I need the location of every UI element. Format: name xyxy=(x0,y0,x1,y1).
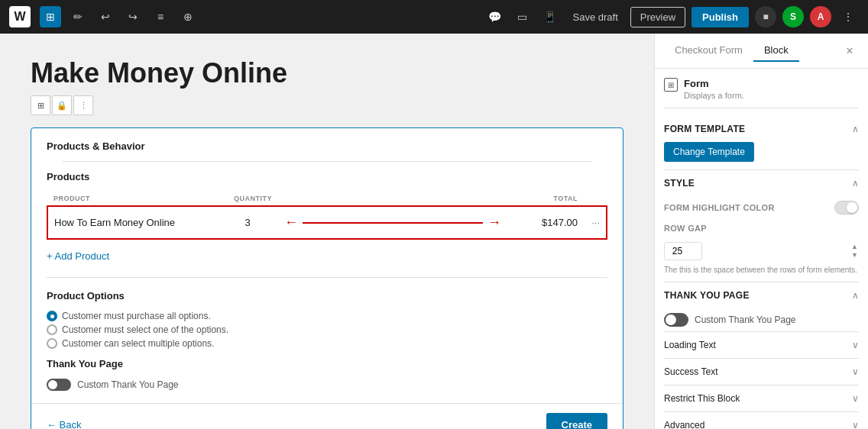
mobile-icon[interactable]: 📱 xyxy=(539,6,561,27)
save-draft-button[interactable]: Save draft xyxy=(567,7,624,27)
option1-label[interactable]: Customer must purchase all options. xyxy=(47,311,607,321)
thank-you-page-title: Thank You Page xyxy=(664,290,750,301)
highlight-color-row: FORM HIGHLIGHT COLOR xyxy=(664,196,859,219)
loading-text-section[interactable]: Loading Text ∨ xyxy=(664,332,859,359)
top-toolbar: W ⊞ ✏ ↩ ↪ ≡ ⊕ 💬 ▭ 📱 Save draft Preview P… xyxy=(0,0,868,34)
style-header[interactable]: Style ∧ xyxy=(664,170,859,196)
back-button[interactable]: ← Back xyxy=(47,419,82,429)
row-gap-label-row: ROW GAP xyxy=(664,219,859,237)
option3-text: Customer can select multiple options. xyxy=(62,338,214,349)
sidebar-custom-thank-label: Custom Thank You Page xyxy=(695,314,796,325)
arrow-line xyxy=(303,222,483,224)
option3-radio[interactable] xyxy=(47,338,57,349)
form-section-products: Products & Behavior Products PRODUCT QUA… xyxy=(31,128,623,277)
advanced-chevron: ∨ xyxy=(852,420,859,429)
option1-radio[interactable] xyxy=(47,311,57,321)
thank-you-page-header[interactable]: Thank You Page ∧ xyxy=(664,282,859,308)
form-template-title: Form Template xyxy=(664,124,745,134)
advanced-title: Advanced xyxy=(664,420,704,429)
product-options-section: Product Options Customer must purchase a… xyxy=(31,278,623,403)
form-template-chevron: ∧ xyxy=(852,124,859,134)
sidebar-content: ⊞ Form Displays a form. Form Template ∧ … xyxy=(655,69,868,429)
preview-button[interactable]: Preview xyxy=(630,7,685,27)
sidebar-thank-toggle[interactable] xyxy=(664,313,688,327)
sidebar-header: Checkout Form Block × xyxy=(655,34,868,69)
row-gap-up[interactable]: ▲ xyxy=(850,243,859,251)
restrict-block-section[interactable]: Restrict This Block ∨ xyxy=(664,385,859,412)
sidebar-form-row: ⊞ Form Displays a form. xyxy=(664,78,859,108)
advanced-section[interactable]: Advanced ∨ xyxy=(664,412,859,429)
tools-icon[interactable]: ⊕ xyxy=(177,6,199,27)
more-cell: ··· xyxy=(584,206,607,239)
block-lock-icon[interactable]: 🔒 xyxy=(52,95,72,115)
list-view-icon[interactable]: ≡ xyxy=(150,6,171,27)
form-template-section: Form Template ∧ Change Template xyxy=(664,116,859,170)
style-title: Style xyxy=(664,178,695,189)
products-table: PRODUCT QUANTITY TOTAL How To Earn Money… xyxy=(47,192,607,240)
toggle-knob xyxy=(48,380,57,389)
s-circle[interactable]: S xyxy=(782,6,804,27)
total-col-header: TOTAL xyxy=(507,192,584,206)
a-circle[interactable]: A xyxy=(810,6,831,27)
desktop-icon[interactable]: ▭ xyxy=(512,6,533,27)
option2-radio[interactable] xyxy=(47,324,57,335)
more-options-icon[interactable]: ⋮ xyxy=(837,6,859,27)
form-block-name: Form xyxy=(684,78,744,89)
row-gap-note: The this is the space between the rows o… xyxy=(664,265,859,276)
product-row: How To Earn Money Online 3 ← → xyxy=(47,206,607,239)
restrict-block-chevron: ∨ xyxy=(852,393,859,404)
quantity-cell: 3 xyxy=(217,206,278,239)
redo-icon[interactable]: ↪ xyxy=(122,6,144,27)
create-button[interactable]: Create xyxy=(546,413,607,429)
spacer-col-header xyxy=(278,192,507,206)
option2-text: Customer must select one of the options. xyxy=(62,324,228,335)
comment-icon[interactable]: 💬 xyxy=(484,6,506,27)
highlight-color-label: FORM HIGHLIGHT COLOR xyxy=(664,203,775,212)
sidebar-tabs: Checkout Form Block xyxy=(664,40,799,62)
highlight-color-toggle[interactable] xyxy=(834,201,859,214)
editor-area: Make Money Online ⊞ 🔒 ⋮ Products & Behav… xyxy=(0,34,654,429)
block-more-icon[interactable]: ⋮ xyxy=(73,95,93,115)
change-template-button[interactable]: Change Template xyxy=(664,142,754,162)
form-footer: ← Back Create xyxy=(31,403,623,429)
form-template-header[interactable]: Form Template ∧ xyxy=(664,116,859,142)
add-product-button[interactable]: + Add Product xyxy=(47,247,109,265)
undo-icon[interactable]: ↩ xyxy=(95,6,116,27)
wp-logo-icon[interactable]: W xyxy=(9,6,31,27)
option2-label[interactable]: Customer must select one of the options. xyxy=(47,324,607,335)
tab-block[interactable]: Block xyxy=(753,40,799,62)
option3-label[interactable]: Customer can select multiple options. xyxy=(47,338,607,349)
row-gap-down[interactable]: ▼ xyxy=(850,251,859,260)
form-container: Products & Behavior Products PRODUCT QUA… xyxy=(31,127,623,429)
success-text-section[interactable]: Success Text ∨ xyxy=(664,359,859,385)
highlight-color-knob xyxy=(847,202,857,213)
arrow-indicator: ← → xyxy=(284,214,501,231)
page-title: Make Money Online xyxy=(31,56,623,89)
thank-you-toggle[interactable] xyxy=(47,379,71,391)
sidebar-close-button[interactable]: × xyxy=(840,42,859,60)
row-gap-input[interactable] xyxy=(664,242,702,260)
right-sidebar: Checkout Form Block × ⊞ Form Displays a … xyxy=(654,34,868,429)
sidebar-thank-row: Custom Thank You Page xyxy=(664,308,859,331)
row-gap-row: ▲ ▼ xyxy=(664,242,859,260)
products-heading: Products xyxy=(47,171,607,182)
form-block-icon: ⊞ xyxy=(664,78,678,92)
restrict-block-title: Restrict This Block xyxy=(664,393,740,404)
success-text-chevron: ∨ xyxy=(852,366,859,377)
style-chevron: ∧ xyxy=(852,178,859,189)
product-options: Customer must purchase all options. Cust… xyxy=(47,311,607,349)
product-name-cell: How To Earn Money Online xyxy=(47,206,217,239)
tab-checkout-form[interactable]: Checkout Form xyxy=(664,40,753,62)
row-gap-label: ROW GAP xyxy=(664,224,707,233)
product-col-header: PRODUCT xyxy=(47,192,217,206)
edit-icon[interactable]: ✏ xyxy=(67,6,89,27)
main-layout: Make Money Online ⊞ 🔒 ⋮ Products & Behav… xyxy=(0,34,868,429)
block-grid-icon[interactable]: ⊞ xyxy=(31,95,50,115)
arrow-cell: ← → xyxy=(278,206,507,239)
settings-circle[interactable]: ■ xyxy=(755,6,776,27)
publish-button[interactable]: Publish xyxy=(691,7,749,27)
toolbar-right: 💬 ▭ 📱 Save draft Preview Publish ■ S A ⋮ xyxy=(484,6,859,27)
thank-you-page-section: Thank You Page ∧ Custom Thank You Page xyxy=(664,282,859,332)
quantity-value[interactable]: 3 xyxy=(245,217,250,228)
block-editor-toggle[interactable]: ⊞ xyxy=(40,6,61,27)
